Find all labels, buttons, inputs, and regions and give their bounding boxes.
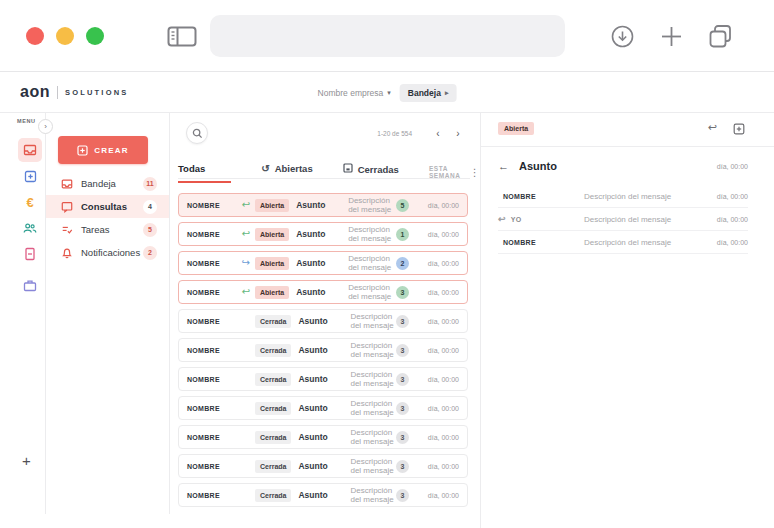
breadcrumb-bandeja[interactable]: Bandeja ▸ xyxy=(400,84,457,102)
message-description: Descripción del mensaje xyxy=(584,215,717,224)
rail-item-briefcase[interactable] xyxy=(18,273,42,297)
sidebar-toggle-icon[interactable] xyxy=(167,26,197,51)
message-row[interactable]: NOMBRE Cerrada Asunto Descripción del me… xyxy=(178,454,468,478)
tab-abiertas[interactable]: ↺ Abiertas xyxy=(261,163,312,181)
row-description: Descripción del mensaje xyxy=(348,254,396,272)
row-timestamp: día, 00:00 xyxy=(415,260,459,267)
sidebar-item-notificaciones[interactable]: Notificaciones 2 xyxy=(46,241,169,264)
message-count-badge: 3 xyxy=(396,431,409,444)
status-badge: Cerrada xyxy=(255,373,291,386)
message-count-badge: 3 xyxy=(396,286,409,299)
row-sender: NOMBRE xyxy=(187,463,237,470)
row-subject: Asunto xyxy=(298,374,350,384)
logo-divider xyxy=(57,86,58,99)
message-count-badge: 3 xyxy=(396,315,409,328)
document-icon xyxy=(24,247,36,261)
archive-icon xyxy=(343,163,353,175)
kebab-menu-icon[interactable]: ⋮ xyxy=(470,167,480,178)
message-rows: NOMBRE ↩ Abierta Asunto Descripción del … xyxy=(178,193,468,512)
thread-messages: NOMBRE Descripción del mensaje día, 00:0… xyxy=(498,185,748,254)
message-row[interactable]: NOMBRE ↩ Abierta Asunto Descripción del … xyxy=(178,222,468,246)
message-row[interactable]: NOMBRE Cerrada Asunto Descripción del me… xyxy=(178,396,468,420)
status-badge: Cerrada xyxy=(255,402,291,415)
next-page-button[interactable]: › xyxy=(448,128,468,139)
row-description: Descripción del mensaje xyxy=(350,399,396,417)
chevron-down-icon: ▾ xyxy=(387,89,391,97)
rail-item-inbox[interactable] xyxy=(18,138,42,162)
chevron-right-icon: ▸ xyxy=(445,89,449,97)
create-button[interactable]: CREAR xyxy=(58,136,148,164)
add-button[interactable]: + xyxy=(22,452,31,469)
rail-item-policies[interactable] xyxy=(18,164,42,188)
message-row[interactable]: NOMBRE ↪ Abierta Asunto Descripción del … xyxy=(178,251,468,275)
message-count-badge: 1 xyxy=(396,228,409,241)
row-description: Descripción del mensaje xyxy=(350,341,396,359)
week-filter[interactable]: ESTA SEMANA ⋮ xyxy=(429,163,480,179)
traffic-light-zoom-button[interactable] xyxy=(86,27,104,45)
row-sender: NOMBRE xyxy=(187,318,237,325)
prev-page-button[interactable]: ‹ xyxy=(428,128,448,139)
detail-header: Abierta ↩ xyxy=(481,113,774,147)
sidebar-item-consultas[interactable]: Consultas 4 xyxy=(46,195,169,218)
rail-item-documents[interactable] xyxy=(18,242,42,266)
thread-message-row[interactable]: NOMBRE Descripción del mensaje día, 00:0… xyxy=(498,231,748,254)
message-row[interactable]: NOMBRE Cerrada Asunto Descripción del me… xyxy=(178,338,468,362)
row-sender: NOMBRE xyxy=(187,376,237,383)
reply-icon[interactable]: ↩ xyxy=(708,122,717,133)
sidebar-item-label: Bandeja xyxy=(81,178,116,189)
search-button[interactable] xyxy=(186,122,208,144)
message-count-badge: 3 xyxy=(396,402,409,415)
row-subject: Asunto xyxy=(298,461,350,471)
row-timestamp: día, 00:00 xyxy=(415,434,459,441)
add-to-box-icon[interactable] xyxy=(733,123,745,135)
count-badge: 5 xyxy=(143,223,157,237)
inbox-icon xyxy=(61,178,73,190)
row-subject: Asunto xyxy=(296,258,348,268)
message-detail-panel: Abierta ↩ ← Asunto día, 00:00 NOMBRE xyxy=(480,113,774,528)
row-timestamp: día, 00:00 xyxy=(415,347,459,354)
row-subject: Asunto xyxy=(298,403,350,413)
app-window: aon SOLUTIONS Nombre empresa ▾ Bandeja ▸ xyxy=(0,0,774,528)
row-description: Descripción del mensaje xyxy=(348,283,396,301)
message-count-badge: 3 xyxy=(396,460,409,473)
download-icon[interactable] xyxy=(611,25,634,52)
message-sender: ↩ YO xyxy=(498,215,584,224)
new-tab-icon[interactable] xyxy=(660,25,683,52)
thread-message-row[interactable]: NOMBRE Descripción del mensaje día, 00:0… xyxy=(498,185,748,208)
tabs-overview-icon[interactable] xyxy=(708,24,733,53)
rail-item-billing[interactable]: € xyxy=(18,190,42,214)
message-sender: NOMBRE xyxy=(498,193,584,200)
reply-state-icon: ↪ xyxy=(237,258,255,268)
traffic-light-minimize-button[interactable] xyxy=(56,27,74,45)
card-plus-icon xyxy=(24,170,37,183)
sidebar-item-tareas[interactable]: Tareas 5 xyxy=(46,218,169,241)
message-row[interactable]: NOMBRE Cerrada Asunto Descripción del me… xyxy=(178,309,468,333)
back-icon[interactable]: ← xyxy=(498,160,509,172)
traffic-light-close-button[interactable] xyxy=(26,27,44,45)
rail-item-people[interactable] xyxy=(18,216,42,240)
row-subject: Asunto xyxy=(296,200,348,210)
reply-state-icon: ↩ xyxy=(237,229,255,239)
pagination-range: 1-20 de 554 xyxy=(377,130,412,137)
message-row[interactable]: NOMBRE Cerrada Asunto Descripción del me… xyxy=(178,483,468,507)
tab-todas[interactable]: Todas xyxy=(178,163,231,183)
menu-label: MENU xyxy=(17,118,36,124)
row-timestamp: día, 00:00 xyxy=(415,289,459,296)
address-bar[interactable] xyxy=(210,15,565,57)
sidebar-item-bandeja[interactable]: Bandeja 11 xyxy=(46,172,169,195)
row-subject: Asunto xyxy=(298,345,350,355)
message-row[interactable]: NOMBRE ↩ Abierta Asunto Descripción del … xyxy=(178,193,468,217)
reply-state-icon: ↩ xyxy=(237,287,255,297)
message-row[interactable]: NOMBRE ↩ Abierta Asunto Descripción del … xyxy=(178,280,468,304)
company-selector[interactable]: Nombre empresa ▾ xyxy=(318,88,391,98)
row-timestamp: día, 00:00 xyxy=(415,405,459,412)
message-row[interactable]: NOMBRE Cerrada Asunto Descripción del me… xyxy=(178,425,468,449)
breadcrumb: Nombre empresa ▾ Bandeja ▸ xyxy=(318,84,457,102)
browser-chrome xyxy=(0,0,774,72)
message-row[interactable]: NOMBRE Cerrada Asunto Descripción del me… xyxy=(178,367,468,391)
row-timestamp: día, 00:00 xyxy=(415,318,459,325)
detail-subject: Asunto xyxy=(519,160,557,172)
thread-message-row[interactable]: ↩ YO Descripción del mensaje día, 00:00 xyxy=(498,208,748,231)
tab-cerradas[interactable]: Cerradas xyxy=(343,163,399,182)
expand-menu-button[interactable]: › xyxy=(38,119,53,134)
